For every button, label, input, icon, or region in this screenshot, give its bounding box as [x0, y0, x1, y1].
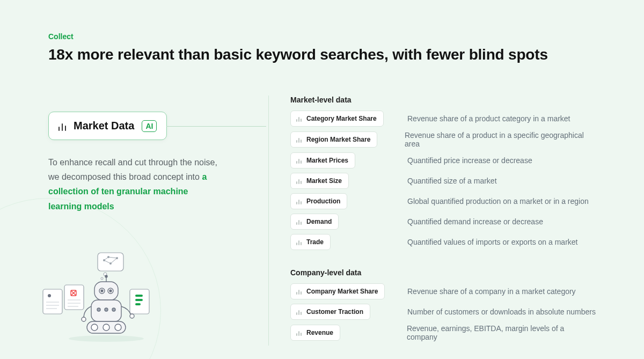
connector-line: [166, 126, 266, 127]
data-chip: Customer Traction: [290, 304, 370, 320]
section-title: Company-level data: [290, 268, 596, 277]
data-chip: Category Market Share: [290, 111, 384, 127]
chip-description: Global quantified production on a market…: [407, 197, 589, 206]
chip-label: Category Market Share: [306, 115, 377, 122]
data-row: Market PricesQuantified price increase o…: [290, 152, 596, 168]
page-headline: 18x more relevant than basic keyword sea…: [48, 46, 596, 63]
bars-icon: [296, 239, 302, 245]
chip-description: Quantified values of imports or exports …: [407, 238, 577, 246]
bars-icon: [296, 309, 302, 315]
bars-icon: [296, 330, 302, 336]
data-section: Market-level dataCategory Market ShareRe…: [290, 96, 596, 250]
market-data-card: Market Data AI: [48, 112, 167, 140]
bars-icon: [296, 116, 302, 122]
data-row: DemandQuantified demand increase or decr…: [290, 214, 596, 230]
chip-description: Revenue, earnings, EBITDA, margin levels…: [407, 324, 596, 341]
data-section: Company-level dataCompany Market ShareRe…: [290, 268, 596, 341]
chip-description: Number of customers or downloads in abso…: [407, 307, 596, 316]
chip-description: Revenue share of a company in a market c…: [407, 287, 576, 296]
chip-description: Revenue share of a product category in a…: [407, 114, 570, 123]
chip-label: Production: [306, 197, 340, 205]
blurb-plain: To enhance recall and cut through the no…: [48, 158, 217, 181]
data-row: Market SizeQuantified size of a market: [290, 173, 596, 189]
data-chip: Trade: [290, 234, 331, 250]
blurb-text: To enhance recall and cut through the no…: [48, 155, 220, 214]
ai-badge: AI: [142, 120, 157, 132]
chip-label: Market Prices: [306, 157, 348, 164]
bars-icon: [296, 178, 302, 184]
data-chip: Company Market Share: [290, 283, 385, 299]
chip-description: Quantified price increase or decrease: [407, 156, 532, 165]
chip-description: Revenue share of a product in a specific…: [405, 131, 596, 148]
chip-label: Region Market Share: [306, 136, 370, 143]
bars-icon: [58, 121, 66, 131]
chip-label: Customer Traction: [306, 308, 363, 316]
data-chip: Region Market Share: [290, 131, 377, 148]
chip-label: Market Size: [306, 177, 342, 185]
data-row: RevenueRevenue, earnings, EBITDA, margin…: [290, 324, 596, 341]
section-title: Market-level data: [290, 96, 596, 104]
data-row: TradeQuantified values of imports or exp…: [290, 234, 596, 250]
card-title: Market Data: [74, 120, 134, 132]
data-chip: Revenue: [290, 325, 340, 341]
chip-label: Demand: [306, 218, 332, 225]
bars-icon: [296, 199, 302, 204]
chip-label: Company Market Share: [306, 288, 378, 295]
data-chip: Market Prices: [290, 152, 355, 168]
data-chip: Demand: [290, 214, 339, 230]
data-row: Customer TractionNumber of customers or …: [290, 304, 596, 320]
eyebrow-label: Collect: [48, 32, 596, 41]
chip-description: Quantified size of a market: [407, 177, 497, 185]
bars-icon: [296, 158, 302, 164]
chip-description: Quantified demand increase or decrease: [407, 217, 543, 226]
chip-label: Trade: [306, 238, 324, 246]
data-row: ProductionGlobal quantified production o…: [290, 193, 596, 209]
data-chip: Market Size: [290, 173, 349, 189]
bars-icon: [296, 289, 302, 295]
data-row: Company Market ShareRevenue share of a c…: [290, 283, 596, 299]
bars-icon: [296, 219, 302, 225]
data-row: Category Market ShareRevenue share of a …: [290, 111, 596, 127]
data-chip: Production: [290, 193, 347, 209]
chip-label: Revenue: [306, 329, 333, 336]
data-row: Region Market ShareRevenue share of a pr…: [290, 131, 596, 148]
bars-icon: [296, 137, 302, 143]
